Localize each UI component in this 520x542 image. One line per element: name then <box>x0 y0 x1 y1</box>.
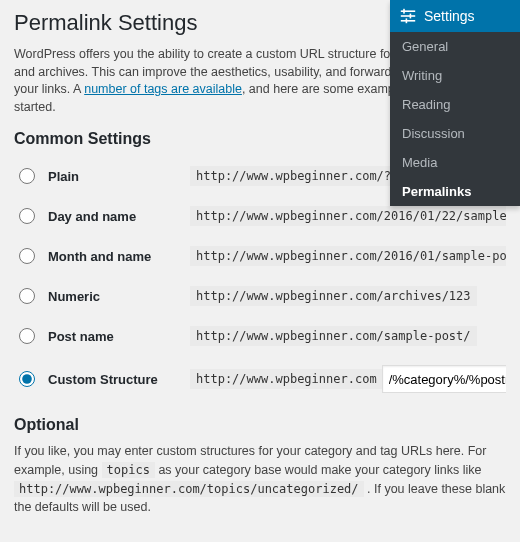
radio-dayname[interactable] <box>19 208 35 224</box>
radio-custom[interactable] <box>19 371 35 387</box>
example-dayname: http://www.wpbeginner.com/2016/01/22/sam… <box>190 206 506 226</box>
settings-menu: General Writing Reading Discussion Media… <box>390 32 520 206</box>
label-numeric[interactable]: Numeric <box>48 289 180 304</box>
settings-header[interactable]: Settings <box>390 0 520 32</box>
label-plain[interactable]: Plain <box>48 169 180 184</box>
radio-monthname[interactable] <box>19 248 35 264</box>
example-numeric: http://www.wpbeginner.com/archives/123 <box>190 286 477 306</box>
settings-item-reading[interactable]: Reading <box>390 90 520 119</box>
settings-sliders-icon <box>400 8 416 24</box>
label-dayname[interactable]: Day and name <box>48 209 180 224</box>
svg-rect-5 <box>406 18 408 23</box>
opt-desc-code2: http://www.wpbeginner.com/topics/uncateg… <box>14 481 364 497</box>
settings-item-media[interactable]: Media <box>390 148 520 177</box>
optional-description: If you like, you may enter custom struct… <box>14 442 506 517</box>
settings-header-label: Settings <box>424 8 475 24</box>
radio-numeric[interactable] <box>19 288 35 304</box>
custom-structure-input[interactable] <box>382 365 506 393</box>
settings-flyout: Settings General Writing Reading Discuss… <box>390 0 520 206</box>
opt-desc-code1: topics <box>102 462 155 478</box>
custom-prefix: http://www.wpbeginner.com <box>190 369 383 389</box>
settings-item-writing[interactable]: Writing <box>390 61 520 90</box>
settings-item-discussion[interactable]: Discussion <box>390 119 520 148</box>
label-monthname[interactable]: Month and name <box>48 249 180 264</box>
radio-plain[interactable] <box>19 168 35 184</box>
label-custom[interactable]: Custom Structure <box>48 372 180 387</box>
example-postname: http://www.wpbeginner.com/sample-post/ <box>190 326 477 346</box>
svg-rect-0 <box>401 10 415 12</box>
settings-item-permalinks[interactable]: Permalinks <box>390 177 520 206</box>
tags-available-link[interactable]: number of tags are available <box>84 82 242 96</box>
label-postname[interactable]: Post name <box>48 329 180 344</box>
settings-item-general[interactable]: General <box>390 32 520 61</box>
example-monthname: http://www.wpbeginner.com/2016/01/sample… <box>190 246 506 266</box>
svg-rect-2 <box>401 20 415 22</box>
option-row-custom: Custom Structure http://www.wpbeginner.c… <box>14 356 506 402</box>
svg-rect-4 <box>410 14 412 19</box>
opt-desc-mid: as your category base would make your ca… <box>155 463 482 477</box>
field-row-category-base: Category base <box>14 531 506 542</box>
radio-postname[interactable] <box>19 328 35 344</box>
option-row-monthname: Month and name http://www.wpbeginner.com… <box>14 236 506 276</box>
heading-optional: Optional <box>14 416 506 434</box>
svg-rect-3 <box>403 9 405 14</box>
option-row-postname: Post name http://www.wpbeginner.com/samp… <box>14 316 506 356</box>
svg-rect-1 <box>401 15 415 17</box>
option-row-numeric: Numeric http://www.wpbeginner.com/archiv… <box>14 276 506 316</box>
